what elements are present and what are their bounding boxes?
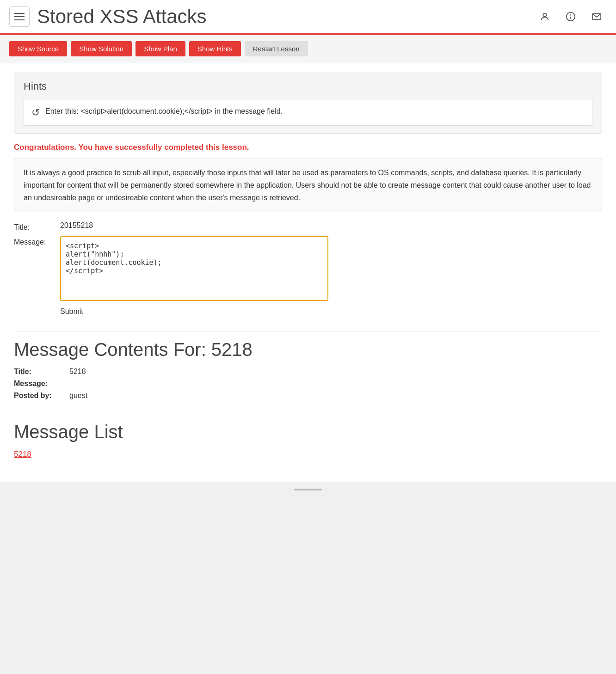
form-area: Title: 20155218 Message: <script> alert(… xyxy=(14,221,602,318)
hints-section: Hints ↺ Enter this: <script>alert(docume… xyxy=(14,73,602,134)
hint-item: ↺ Enter this: <script>alert(document.coo… xyxy=(24,99,592,126)
content-area: Hints ↺ Enter this: <script>alert(docume… xyxy=(0,63,616,482)
msg-title-label: Title: xyxy=(14,368,69,376)
title-row: Title: 20155218 xyxy=(14,221,602,232)
msg-message-label: Message: xyxy=(14,380,69,388)
restart-lesson-button[interactable]: Restart Lesson xyxy=(245,41,308,56)
msg-title-value: 5218 xyxy=(69,368,86,376)
success-message: Congratulations. You have successfully c… xyxy=(14,143,602,152)
message-list-link[interactable]: 5218 xyxy=(14,450,31,459)
bottom-handle xyxy=(294,489,322,490)
info-icon xyxy=(566,12,576,22)
main-content: Show Source Show Solution Show Plan Show… xyxy=(0,35,616,482)
msg-posted-value: guest xyxy=(69,392,87,400)
msg-posted-label: Posted by: xyxy=(14,392,69,400)
description-text: It is always a good practice to scrub al… xyxy=(14,159,602,212)
msg-posted-row: Posted by: guest xyxy=(14,392,602,400)
message-contents-title: Message Contents For: 5218 xyxy=(14,339,602,360)
svg-point-0 xyxy=(543,13,546,17)
message-label: Message: xyxy=(14,236,60,246)
show-plan-button[interactable]: Show Plan xyxy=(136,41,185,56)
message-list-section: Message List 5218 xyxy=(14,414,602,459)
mail-icon-button[interactable] xyxy=(586,6,607,27)
title-value: 20155218 xyxy=(60,221,93,230)
description-content: It is always a good practice to scrub al… xyxy=(24,169,591,202)
page-title: Stored XSS Attacks xyxy=(37,6,535,28)
title-label: Title: xyxy=(14,221,60,232)
message-textarea[interactable]: <script> alert("hhhh"); alert(document.c… xyxy=(60,236,328,301)
show-source-button[interactable]: Show Source xyxy=(9,41,67,56)
show-solution-button[interactable]: Show Solution xyxy=(71,41,132,56)
info-icon-button[interactable] xyxy=(561,6,581,27)
menu-line-2 xyxy=(14,16,25,17)
submit-button[interactable]: Submit xyxy=(60,306,83,318)
show-hints-button[interactable]: Show Hints xyxy=(189,41,241,56)
toolbar: Show Source Show Solution Show Plan Show… xyxy=(0,35,616,63)
msg-title-row: Title: 5218 xyxy=(14,368,602,376)
hint-text: Enter this: <script>alert(document.cooki… xyxy=(45,106,283,117)
bottom-bar xyxy=(0,482,616,497)
submit-row: Submit xyxy=(14,306,602,318)
header: Stored XSS Attacks xyxy=(0,0,616,35)
mail-icon xyxy=(591,12,602,22)
user-icon-button[interactable] xyxy=(535,6,555,27)
message-contents-section: Message Contents For: 5218 Title: 5218 M… xyxy=(14,331,602,400)
menu-line-3 xyxy=(14,19,25,20)
msg-message-row: Message: xyxy=(14,380,602,388)
header-icons xyxy=(535,6,607,27)
message-list-title: Message List xyxy=(14,422,602,442)
submit-spacer xyxy=(14,306,60,307)
user-icon xyxy=(540,12,550,22)
menu-button[interactable] xyxy=(9,6,30,27)
hint-back-icon: ↺ xyxy=(31,107,40,119)
menu-line-1 xyxy=(14,13,25,14)
message-row: Message: <script> alert("hhhh"); alert(d… xyxy=(14,236,602,301)
hints-title: Hints xyxy=(24,80,592,92)
